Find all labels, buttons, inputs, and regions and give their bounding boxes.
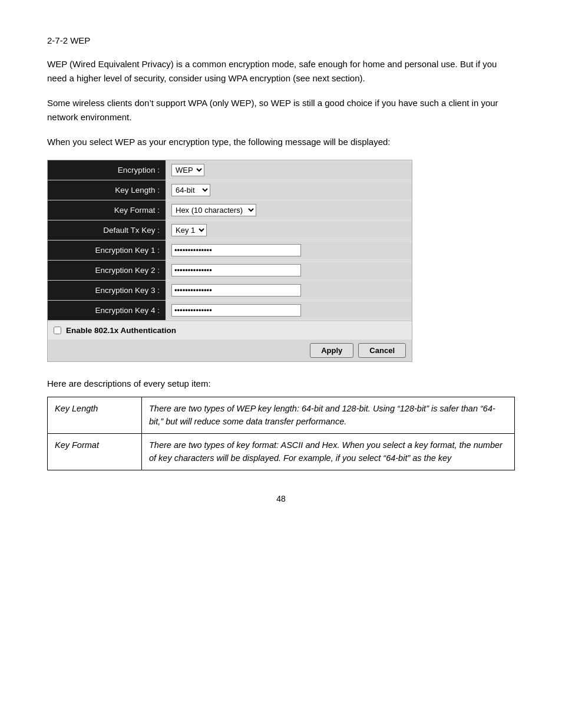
form-button-row: Apply Cancel: [48, 340, 412, 361]
encryption-key2-input[interactable]: [171, 264, 301, 276]
encryption-key4-input[interactable]: [171, 304, 301, 317]
encryption-key3-label: Encryption Key 3 :: [48, 281, 166, 300]
encryption-key1-input[interactable]: [171, 244, 301, 256]
enable-8021x-row: Enable 802.1x Authentication: [48, 321, 412, 340]
encryption-key1-label: Encryption Key 1 :: [48, 241, 166, 260]
key-format-row: Key Format : Hex (10 characters) ASCII (…: [48, 200, 412, 220]
key-length-row: Key Length : 64-bit 128-bit: [48, 180, 412, 200]
encryption-key4-label: Encryption Key 4 :: [48, 301, 166, 320]
encryption-key3-input[interactable]: [171, 284, 301, 297]
desc-term: Key Format: [48, 433, 142, 470]
encryption-row: Encryption : WEP: [48, 160, 412, 180]
intro-paragraph-2: Some wireless clients don’t support WPA …: [47, 96, 515, 124]
desc-table-row: Key FormatThere are two types of key for…: [48, 433, 515, 470]
desc-heading: Here are descriptions of every setup ite…: [47, 378, 515, 388]
default-tx-key-select[interactable]: Key 1 Key 2 Key 3 Key 4: [171, 224, 207, 236]
desc-table-row: Key LengthThere are two types of WEP key…: [48, 397, 515, 434]
page-number: 48: [47, 494, 515, 503]
default-tx-key-label: Default Tx Key :: [48, 220, 166, 240]
key-length-label: Key Length :: [48, 180, 166, 200]
encryption-key2-label: Encryption Key 2 :: [48, 261, 166, 280]
enable-8021x-checkbox[interactable]: [54, 327, 61, 334]
desc-definition: There are two types of WEP key length: 6…: [142, 397, 515, 434]
key-format-label: Key Format :: [48, 200, 166, 220]
apply-button[interactable]: Apply: [310, 343, 353, 358]
encryption-key1-row: Encryption Key 1 :: [48, 241, 412, 261]
key-format-select[interactable]: Hex (10 characters) ASCII (5 characters): [171, 204, 256, 216]
cancel-button[interactable]: Cancel: [358, 343, 406, 358]
encryption-key4-row: Encryption Key 4 :: [48, 301, 412, 321]
encryption-select[interactable]: WEP: [171, 164, 204, 176]
wep-form-box: Encryption : WEP Key Length : 64-bit 128…: [47, 160, 412, 362]
desc-definition: There are two types of key format: ASCII…: [142, 433, 515, 470]
descriptions-table: Key LengthThere are two types of WEP key…: [47, 397, 515, 470]
display-message: When you select WEP as your encryption t…: [47, 135, 515, 149]
key-length-select[interactable]: 64-bit 128-bit: [171, 184, 210, 196]
enable-8021x-label: Enable 802.1x Authentication: [66, 326, 176, 335]
encryption-label: Encryption :: [48, 160, 166, 180]
desc-term: Key Length: [48, 397, 142, 434]
section-title: 2-7-2 WEP: [47, 35, 515, 45]
encryption-key3-row: Encryption Key 3 :: [48, 281, 412, 301]
default-tx-key-row: Default Tx Key : Key 1 Key 2 Key 3 Key 4: [48, 220, 412, 241]
intro-paragraph-1: WEP (Wired Equivalent Privacy) is a comm…: [47, 57, 515, 85]
encryption-key2-row: Encryption Key 2 :: [48, 261, 412, 281]
